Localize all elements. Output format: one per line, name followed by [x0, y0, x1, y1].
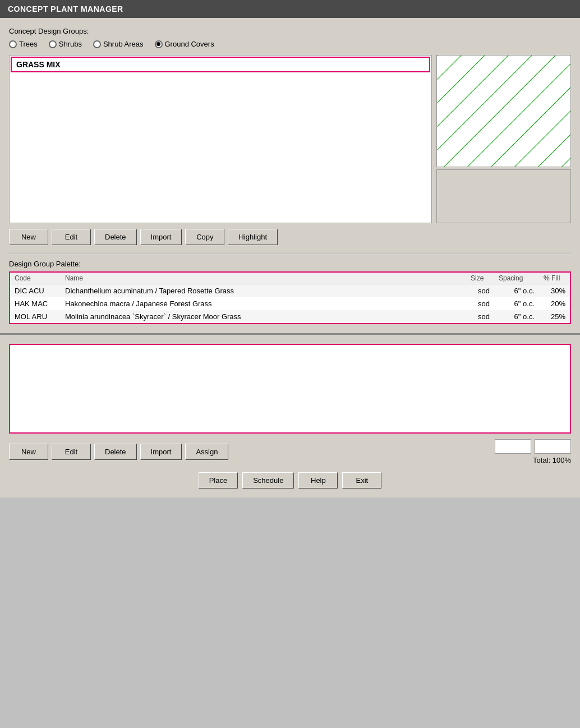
- table-row[interactable]: HAK MAC Hakonechloa macra / Japanese For…: [10, 297, 570, 310]
- cell-spacing-0: 6" o.c.: [494, 284, 539, 298]
- cell-fill-2: 25%: [539, 310, 570, 323]
- lower-panel: New Edit Delete Import Assign Total: 100…: [0, 335, 580, 497]
- cell-name-2: Molinia arundinacea `Skyracer` / Skyrace…: [61, 310, 466, 323]
- lower-new-button[interactable]: New: [9, 444, 48, 460]
- schedule-button[interactable]: Schedule: [242, 472, 294, 489]
- radio-circle-shrub-areas: [93, 40, 101, 48]
- cell-spacing-1: 6" o.c.: [494, 297, 539, 310]
- design-groups-label: Concept Design Groups:: [9, 27, 571, 35]
- cell-fill-1: 20%: [539, 297, 570, 310]
- total-input-1[interactable]: [495, 439, 531, 454]
- preview-panel: [436, 55, 571, 223]
- cell-fill-0: 30%: [539, 284, 570, 298]
- lower-btn-row: New Edit Delete Import Assign Total: 100…: [9, 439, 571, 464]
- palette-label: Design Group Palette:: [9, 260, 571, 268]
- cell-size-0: sod: [466, 284, 494, 298]
- palette-table-wrapper: Code Name Size Spacing % Fill DIC ACU Di…: [9, 271, 571, 324]
- radio-shrub-areas[interactable]: Shrub Areas: [93, 40, 144, 48]
- radio-circle-shrubs: [49, 40, 57, 48]
- radio-trees[interactable]: Trees: [9, 40, 38, 48]
- table-row[interactable]: DIC ACU Dichanthelium acuminatum / Taper…: [10, 284, 570, 298]
- palette-section: Design Group Palette: Code Name Size Spa…: [9, 260, 571, 324]
- radio-label-shrubs: Shrubs: [59, 40, 82, 48]
- lower-edit-button[interactable]: Edit: [52, 444, 91, 460]
- edit-button[interactable]: Edit: [52, 229, 91, 245]
- lower-assign-button[interactable]: Assign: [185, 444, 228, 460]
- cell-size-2: sod: [466, 310, 494, 323]
- highlight-button[interactable]: Highlight: [228, 229, 278, 245]
- total-inputs: [495, 439, 571, 454]
- table-row[interactable]: MOL ARU Molinia arundinacea `Skyracer` /…: [10, 310, 570, 323]
- radio-ground-covers[interactable]: Ground Covers: [155, 40, 214, 48]
- upper-btn-row: New Edit Delete Import Copy Highlight: [9, 229, 571, 245]
- radio-label-ground-covers: Ground Covers: [165, 40, 214, 48]
- bottom-btn-row: Place Schedule Help Exit: [9, 472, 571, 489]
- cell-spacing-2: 6" o.c.: [494, 310, 539, 323]
- selected-group-item[interactable]: GRASS MIX: [11, 57, 430, 72]
- section-divider: [9, 253, 571, 254]
- exit-button[interactable]: Exit: [342, 472, 381, 489]
- radio-label-shrub-areas: Shrub Areas: [103, 40, 144, 48]
- help-button[interactable]: Help: [298, 472, 338, 489]
- col-header-spacing: Spacing: [494, 273, 539, 284]
- place-button[interactable]: Place: [199, 472, 238, 489]
- lower-import-button[interactable]: Import: [140, 444, 182, 460]
- col-header-code: Code: [10, 273, 61, 284]
- total-label: Total: 100%: [533, 456, 571, 464]
- delete-button[interactable]: Delete: [94, 229, 137, 245]
- cell-name-1: Hakonechloa macra / Japanese Forest Gras…: [61, 297, 466, 310]
- table-header-row: Code Name Size Spacing % Fill: [10, 273, 570, 284]
- new-button[interactable]: New: [9, 229, 48, 245]
- design-groups-radio-group: Trees Shrubs Shrub Areas Ground Covers: [9, 40, 571, 48]
- cell-code-2: MOL ARU: [10, 310, 61, 323]
- cell-code-1: HAK MAC: [10, 297, 61, 310]
- col-header-size: Size: [466, 273, 494, 284]
- title-bar: CONCEPT PLANT MANAGER: [0, 0, 580, 18]
- lower-list-container[interactable]: [9, 344, 571, 434]
- upper-list-box[interactable]: GRASS MIX: [9, 55, 432, 223]
- upper-content-area: GRASS MIX: [9, 55, 571, 223]
- col-header-fill: % Fill: [539, 273, 570, 284]
- hatch-preview: [436, 55, 571, 167]
- radio-shrubs[interactable]: Shrubs: [49, 40, 82, 48]
- cell-code-0: DIC ACU: [10, 284, 61, 298]
- preview-lower-panel: [436, 169, 571, 223]
- cell-name-0: Dichanthelium acuminatum / Tapered Roset…: [61, 284, 466, 298]
- import-button[interactable]: Import: [140, 229, 182, 245]
- copy-button[interactable]: Copy: [185, 229, 224, 245]
- total-input-2[interactable]: [535, 439, 571, 454]
- main-panel: Concept Design Groups: Trees Shrubs Shru…: [0, 18, 580, 335]
- cell-size-1: sod: [466, 297, 494, 310]
- palette-table: Code Name Size Spacing % Fill DIC ACU Di…: [10, 273, 570, 323]
- radio-label-trees: Trees: [19, 40, 38, 48]
- title-label: CONCEPT PLANT MANAGER: [8, 4, 123, 13]
- total-area: Total: 100%: [495, 439, 571, 464]
- hatch-svg: [437, 56, 570, 167]
- radio-circle-ground-covers: [155, 40, 163, 48]
- svg-rect-1: [437, 56, 570, 167]
- lower-delete-button[interactable]: Delete: [94, 444, 137, 460]
- radio-circle-trees: [9, 40, 17, 48]
- col-header-name: Name: [61, 273, 466, 284]
